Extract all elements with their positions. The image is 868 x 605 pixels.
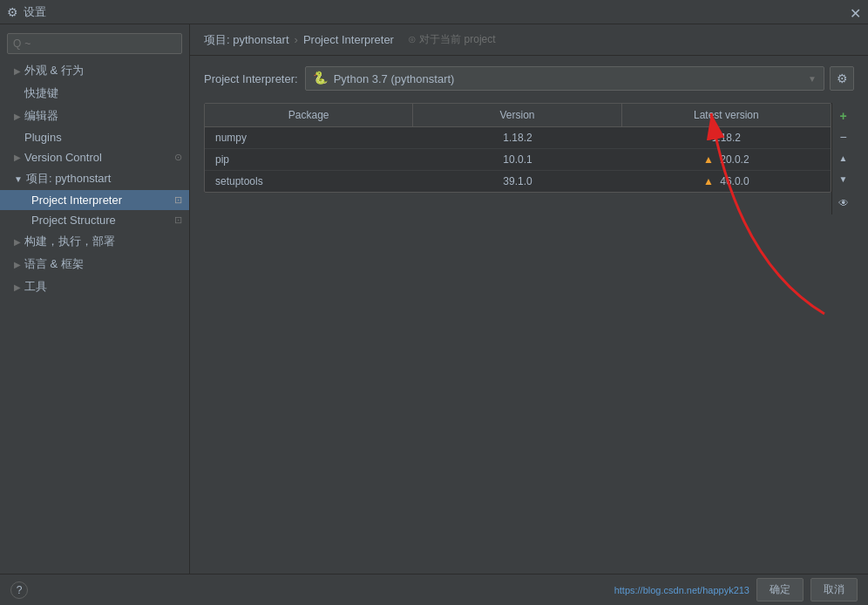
sidebar-item-languages[interactable]: ▶ 语言 & 框架: [0, 253, 189, 275]
dropdown-arrow: ▼: [808, 74, 817, 84]
sidebar-item-plugins[interactable]: ▶ Plugins: [0, 127, 189, 147]
sidebar-subitem-project-interpreter[interactable]: Project Interpreter ⊡: [0, 190, 189, 210]
sidebar-item-label: 快捷键: [24, 85, 58, 101]
cell-version: 10.0.1: [413, 149, 621, 170]
close-icon[interactable]: ✕: [850, 5, 861, 22]
cell-package-name: pip: [205, 149, 413, 170]
sidebar-item-editor[interactable]: ▶ 编辑器: [0, 105, 189, 127]
bottom-left: ?: [10, 581, 28, 599]
search-input[interactable]: [24, 37, 176, 50]
packages-table: Package Version Latest version numpy 1.1…: [204, 103, 831, 193]
main-container: Q ▶ 外观 & 行为 ▶ 快捷键 ▶ 编辑器 ▶ Plugins ▶ Vers…: [0, 24, 868, 574]
cell-latest: ▲ 46.0.0: [622, 171, 831, 192]
interpreter-label: Project Interpreter:: [204, 72, 298, 85]
latest-version-value: 46.0.0: [720, 175, 749, 187]
title-bar: ⚙ 设置 ✕: [0, 0, 868, 24]
cell-latest: ▲ 20.0.2: [622, 149, 831, 170]
gear-icon: ⚙: [837, 71, 848, 85]
table-row[interactable]: pip 10.0.1 ▲ 20.0.2: [205, 149, 831, 171]
expand-arrow: ▶: [14, 66, 21, 76]
sidebar-subitem-label: Project Interpreter: [31, 194, 122, 207]
breadcrumb-project[interactable]: 项目: pythonstart: [204, 32, 289, 48]
sidebar-item-tools[interactable]: ▶ 工具: [0, 275, 189, 298]
cell-version: 1.18.2: [413, 127, 621, 148]
upgrade-arrow-icon: ▲: [703, 175, 714, 187]
question-icon: ?: [17, 584, 23, 596]
csdn-link[interactable]: https://blog.csdn.net/happyk213: [614, 585, 749, 595]
add-package-button[interactable]: +: [834, 106, 853, 126]
cell-version: 39.1.0: [413, 171, 621, 192]
table-header: Package Version Latest version: [205, 104, 831, 127]
packages-table-outer: Package Version Latest version numpy 1.1…: [204, 103, 831, 193]
packages-section: Package Version Latest version numpy 1.1…: [204, 103, 854, 214]
expand-arrow: ▶: [14, 153, 21, 162]
interpreter-select[interactable]: 🐍 Python 3.7 (pythonstart) ▼: [305, 66, 824, 91]
sidebar-subitem-project-structure[interactable]: Project Structure ⊡: [0, 210, 189, 230]
interpreter-row: Project Interpreter: 🐍 Python 3.7 (pytho…: [204, 66, 854, 91]
plus-icon: +: [839, 109, 846, 123]
cancel-button[interactable]: 取消: [810, 578, 858, 602]
remove-package-button[interactable]: −: [834, 127, 853, 146]
python-icon: 🐍: [313, 71, 329, 86]
interpreter-select-value: Python 3.7 (pythonstart): [334, 72, 808, 85]
table-row[interactable]: setuptools 39.1.0 ▲ 46.0.0: [205, 171, 831, 192]
expand-arrow: ▶: [14, 112, 21, 121]
sidebar-item-appearance[interactable]: ▶ 外观 & 行为: [0, 59, 189, 82]
scroll-up-button[interactable]: ▲: [834, 148, 853, 167]
side-toolbar: + − ▲ ▼ 👁: [831, 103, 854, 214]
bottom-right: https://blog.csdn.net/happyk213 确定 取消: [614, 578, 858, 602]
sidebar-item-project[interactable]: ▼ 项目: pythonstart: [0, 167, 189, 190]
sidebar-item-build[interactable]: ▶ 构建，执行，部署: [0, 230, 189, 253]
eye-icon: 👁: [838, 197, 849, 209]
cell-package-name: setuptools: [205, 171, 413, 192]
breadcrumb-scope[interactable]: ⊙ 对于当前 project: [408, 32, 496, 47]
search-icon: Q: [13, 37, 21, 50]
sidebar-item-label: Version Control: [24, 151, 102, 164]
expand-arrow: ▶: [14, 282, 21, 292]
search-box[interactable]: Q: [7, 33, 182, 54]
expand-arrow: ▼: [14, 174, 23, 184]
cell-latest: 1.18.2: [622, 127, 831, 148]
sidebar-subitem-label: Project Structure: [31, 214, 116, 227]
title-bar-text: 设置: [24, 4, 46, 20]
scroll-up-icon: ▲: [839, 153, 848, 163]
sidebar-item-vcs[interactable]: ▶ Version Control ⊙: [0, 147, 189, 167]
col-header-latest: Latest version: [622, 104, 831, 126]
col-header-version: Version: [413, 104, 621, 126]
upgrade-arrow-icon: ▲: [703, 153, 714, 166]
title-bar-icon: ⚙: [7, 5, 18, 19]
sidebar-item-label: 工具: [24, 279, 47, 295]
table-row[interactable]: numpy 1.18.2 1.18.2: [205, 127, 831, 149]
scroll-down-button[interactable]: ▼: [834, 169, 853, 188]
sidebar-item-label: Plugins: [24, 131, 62, 144]
detail-view-button[interactable]: 👁: [834, 194, 853, 213]
copy-icon: ⊡: [174, 194, 182, 206]
breadcrumb-separator: ›: [295, 33, 298, 46]
sidebar: Q ▶ 外观 & 行为 ▶ 快捷键 ▶ 编辑器 ▶ Plugins ▶ Vers…: [0, 24, 190, 574]
sidebar-item-label: 语言 & 框架: [24, 256, 84, 272]
expand-arrow: ▶: [14, 237, 21, 247]
bottom-bar: ? https://blog.csdn.net/happyk213 确定 取消: [0, 574, 868, 605]
vcs-indicator: ⊙: [174, 152, 182, 163]
breadcrumb: 项目: pythonstart › Project Interpreter ⊙ …: [190, 24, 868, 56]
sidebar-item-label: 构建，执行，部署: [24, 234, 115, 249]
confirm-button[interactable]: 确定: [756, 578, 804, 602]
latest-version-value: 20.0.2: [720, 153, 749, 166]
sidebar-item-label: 项目: pythonstart: [26, 171, 112, 187]
settings-panel: Project Interpreter: 🐍 Python 3.7 (pytho…: [190, 56, 868, 574]
help-button[interactable]: ?: [10, 581, 28, 599]
sidebar-item-label: 编辑器: [24, 108, 58, 124]
minus-icon: −: [839, 130, 846, 144]
col-header-package: Package: [205, 104, 413, 126]
sidebar-item-label: 外观 & 行为: [24, 63, 84, 78]
copy-icon: ⊡: [174, 214, 182, 226]
expand-arrow: ▶: [14, 260, 21, 269]
scroll-down-icon: ▼: [839, 174, 848, 184]
interpreter-gear-button[interactable]: ⚙: [830, 66, 854, 91]
cell-package-name: numpy: [205, 127, 413, 148]
content-area: 项目: pythonstart › Project Interpreter ⊙ …: [190, 24, 868, 574]
breadcrumb-current: Project Interpreter: [303, 33, 394, 46]
sidebar-item-keymap[interactable]: ▶ 快捷键: [0, 82, 189, 105]
